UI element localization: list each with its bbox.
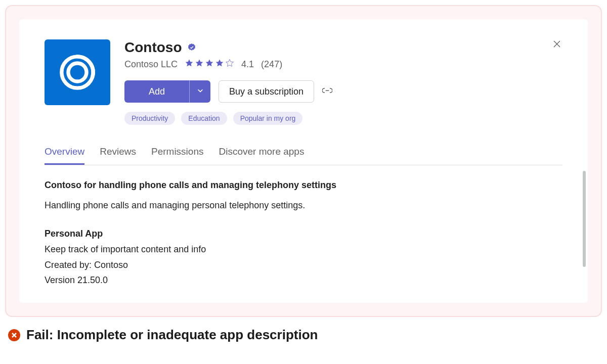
star-empty-icon [225, 59, 234, 70]
add-button[interactable]: Add [124, 80, 189, 103]
tag-education[interactable]: Education [181, 112, 227, 125]
rating-stars [185, 59, 234, 70]
section-title: Personal App [45, 227, 562, 241]
tabs: OverviewReviewsPermissionsDiscover more … [45, 146, 562, 165]
tag-productivity[interactable]: Productivity [124, 112, 175, 125]
tags-row: ProductivityEducationPopular in my org [124, 112, 562, 125]
tab-discover-more-apps[interactable]: Discover more apps [219, 146, 304, 165]
app-icon [45, 39, 110, 105]
rating-count: (247) [261, 59, 282, 70]
svg-point-1 [68, 63, 86, 81]
tab-reviews[interactable]: Reviews [100, 146, 136, 165]
copy-link-button[interactable] [322, 86, 332, 97]
add-button-group: Add [124, 80, 210, 103]
app-title: Contoso [124, 39, 182, 56]
star-filled-icon [215, 59, 224, 70]
close-button[interactable] [551, 39, 562, 51]
chevron-down-icon [197, 87, 204, 96]
overview-body: Contoso for handling phone calls and man… [45, 178, 562, 288]
scrollbar-thumb[interactable] [583, 171, 586, 267]
star-filled-icon [205, 59, 214, 70]
overview-description: Handling phone calls and managing person… [45, 199, 562, 213]
validation-frame: Contoso Contoso LLC 4.1 (247) Add [5, 5, 602, 317]
section-line-2: Created by: Contoso [45, 258, 562, 272]
fail-icon [8, 329, 20, 341]
header: Contoso Contoso LLC 4.1 (247) Add [45, 39, 562, 125]
publisher-name: Contoso LLC [124, 59, 178, 70]
star-filled-icon [185, 59, 194, 70]
close-icon [553, 40, 561, 50]
tag-popular-in-my-org[interactable]: Popular in my org [233, 112, 303, 125]
app-details-card: Contoso Contoso LLC 4.1 (247) Add [19, 19, 588, 303]
star-filled-icon [195, 59, 204, 70]
tab-overview[interactable]: Overview [45, 146, 84, 165]
fail-row: Fail: Incomplete or inadequate app descr… [8, 327, 602, 343]
section-line-3: Version 21.50.0 [45, 274, 562, 288]
overview-headline: Contoso for handling phone calls and man… [45, 178, 562, 193]
section-line-1: Keep track of important content and info [45, 243, 562, 257]
fail-message: Fail: Incomplete or inadequate app descr… [26, 327, 318, 343]
add-dropdown-button[interactable] [189, 80, 210, 103]
link-icon [322, 86, 332, 97]
verified-icon [187, 43, 196, 52]
buy-subscription-button[interactable]: Buy a subscription [219, 80, 314, 103]
tab-permissions[interactable]: Permissions [151, 146, 203, 165]
rating-value: 4.1 [241, 59, 254, 70]
